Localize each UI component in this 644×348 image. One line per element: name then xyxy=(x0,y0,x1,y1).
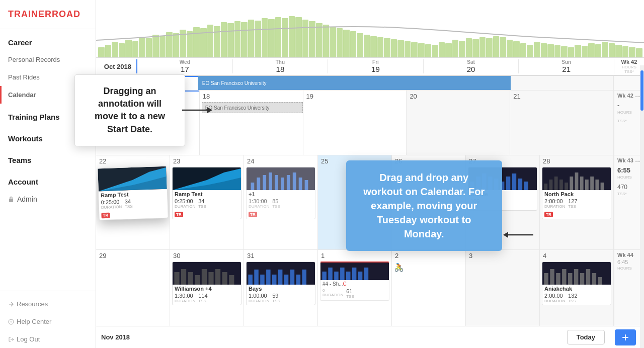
svg-rect-68 xyxy=(556,273,560,285)
chart-bar xyxy=(432,45,438,57)
sidebar-item-account[interactable]: Account xyxy=(0,168,96,190)
svg-rect-9 xyxy=(263,175,266,190)
svg-rect-16 xyxy=(305,180,308,190)
chart-bar xyxy=(445,43,452,57)
add-button[interactable]: + xyxy=(615,329,636,345)
wk42-summary-col: Wk 42 ··· - HOURS TSS* xyxy=(614,91,644,155)
north-pack-chart xyxy=(542,167,611,190)
svg-rect-0 xyxy=(9,199,13,202)
svg-rect-12 xyxy=(281,178,284,190)
chart-bar xyxy=(439,42,445,57)
bays-name: Bays xyxy=(247,285,315,292)
aniakchak-stats: 2:00:00 DURATION 132 TSS xyxy=(542,292,611,305)
workout-card-north-pack[interactable]: North Pack 2:00:00 DURATION 127 TSS TR xyxy=(542,167,611,219)
today-button[interactable]: Today xyxy=(567,330,605,344)
sidebar-item-admin[interactable]: Admin xyxy=(0,190,96,208)
workout-card-ramp1[interactable]: Ramp Test 0:25:00 DURATION 34 TSS TR xyxy=(97,166,169,221)
chart-bar xyxy=(139,37,145,57)
svg-rect-43 xyxy=(202,269,207,285)
sidebar: TRAINERROAD Career Personal Records Past… xyxy=(0,0,96,348)
chart-bar xyxy=(636,48,642,57)
chart-bar xyxy=(541,43,547,57)
workout-card-matthes[interactable]: #4 - Sh...C 0 DURATION 61 TSS xyxy=(320,262,389,301)
month-label-bottom: Nov 2018 xyxy=(101,333,130,341)
chart-bar xyxy=(602,42,608,57)
logout-icon xyxy=(8,336,14,342)
svg-rect-50 xyxy=(260,275,265,285)
chart-bar xyxy=(289,16,295,57)
svg-rect-62 xyxy=(346,272,351,280)
chart-bar xyxy=(159,36,166,57)
williamson-stats: 1:30:00 DURATION 114 TSS xyxy=(173,292,241,305)
svg-rect-56 xyxy=(296,275,301,285)
svg-rect-48 xyxy=(248,275,253,285)
workout-card-aniakchak[interactable]: Aniakchak 2:00:00 DURATION 132 TSS xyxy=(542,262,611,305)
matthes-chart xyxy=(320,263,389,280)
ramp-chart-2 xyxy=(173,167,241,190)
chart-bar xyxy=(595,44,602,57)
chart-bar xyxy=(207,25,214,57)
chart-bar xyxy=(459,41,465,57)
chart-bar xyxy=(582,46,588,57)
svg-rect-55 xyxy=(290,270,295,285)
chart-bar xyxy=(221,22,227,57)
svg-rect-60 xyxy=(334,272,339,280)
cal-header-fri: Fri 19 xyxy=(328,59,423,73)
cell-nov1: 1 #4 xyxy=(318,250,391,326)
chart-bar xyxy=(418,43,425,57)
svg-rect-69 xyxy=(562,269,567,285)
chart-bar xyxy=(173,33,180,57)
svg-rect-59 xyxy=(328,268,333,280)
ramp2-stats: 0:25:00 DURATION 34 TSS xyxy=(173,198,241,210)
sidebar-item-career[interactable]: Career xyxy=(0,29,96,51)
svg-rect-35 xyxy=(585,180,589,190)
svg-rect-27 xyxy=(544,184,547,190)
svg-rect-38 xyxy=(601,183,604,190)
aniakchak-chart xyxy=(542,262,611,285)
sidebar-item-help-center[interactable]: ? Help Center xyxy=(0,313,96,330)
annotation-span-eo-sf[interactable]: EO San Francisco University xyxy=(198,76,511,90)
chart-bar xyxy=(588,43,595,57)
north-pack-stats: 2:00:00 DURATION 127 TSS xyxy=(542,198,611,210)
cal-row-wk44: 29 30 xyxy=(96,250,644,326)
chart-bar xyxy=(152,35,159,57)
ramp2-name: Ramp Test xyxy=(173,190,241,198)
svg-rect-72 xyxy=(580,273,585,285)
cal-header-sat: Sat 20 xyxy=(423,59,519,73)
chart-bar xyxy=(214,26,220,57)
svg-rect-26 xyxy=(524,182,529,190)
chart-bar xyxy=(200,28,207,57)
chart-bar xyxy=(227,23,234,57)
sidebar-item-log-out[interactable]: Log Out xyxy=(0,330,96,348)
chart-bar xyxy=(180,30,186,57)
svg-rect-40 xyxy=(181,269,186,285)
workout-card-25[interactable]: +1 1:30:00 DURATION 85 TSS TR xyxy=(246,167,315,219)
cell-31: 31 xyxy=(244,250,317,326)
cal-header-sun: Sun 21 xyxy=(518,59,614,73)
chart-bar xyxy=(255,21,261,57)
chart-area xyxy=(96,0,644,58)
sidebar-item-resources[interactable]: Resources xyxy=(0,295,96,313)
svg-rect-14 xyxy=(293,172,296,190)
chart-bar xyxy=(268,19,275,57)
workout-card-ramp2[interactable]: Ramp Test 0:25:00 DURATION 34 TSS TR xyxy=(172,167,242,219)
matthes-stats: 0 DURATION 61 TSS xyxy=(320,288,389,300)
sidebar-item-personal-records[interactable]: Personal Records xyxy=(0,51,96,68)
cell-28: 28 xyxy=(540,155,613,249)
chart-bar xyxy=(609,43,615,57)
chart-bar xyxy=(112,42,118,57)
sidebar-item-teams[interactable]: Teams xyxy=(0,147,96,168)
chart-bar xyxy=(166,32,173,57)
scrollbar-track[interactable] xyxy=(640,65,644,348)
aniakchak-name: Aniakchak xyxy=(542,285,611,292)
ghost-annotation: EO San Francisco University xyxy=(202,102,303,113)
workout-card-williamson[interactable]: Williamson +4 1:30:00 DURATION 114 TSS xyxy=(172,262,242,305)
workout-card-bays[interactable]: Bays 1:00:00 DURATION 59 TSS xyxy=(246,262,315,305)
chart-bar xyxy=(234,21,241,57)
chart-bar xyxy=(241,22,248,57)
scrollbar-thumb[interactable] xyxy=(640,70,643,111)
workout-thumb-williamson xyxy=(173,262,241,285)
tr-logo-1: TR xyxy=(99,209,168,220)
svg-rect-30 xyxy=(559,180,563,190)
cell-30: 30 xyxy=(170,250,244,326)
